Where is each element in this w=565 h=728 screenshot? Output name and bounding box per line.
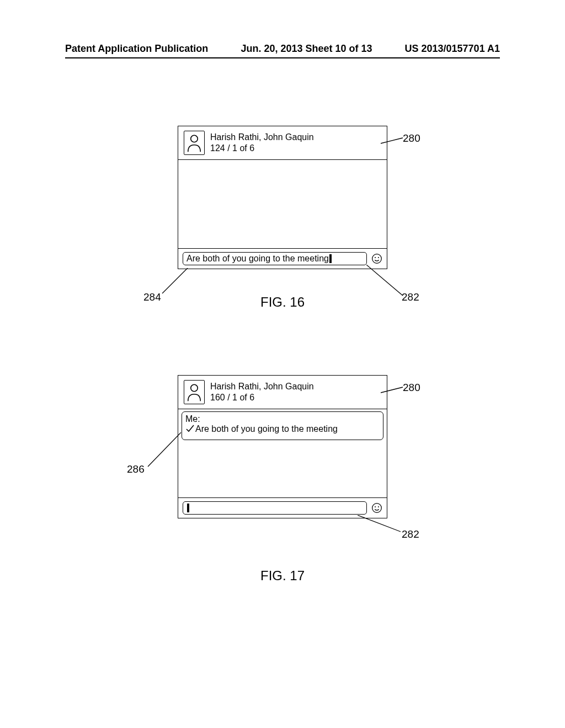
header-right: US 2013/0157701 A1 — [405, 43, 500, 55]
counter-line: 124 / 1 of 6 — [210, 143, 314, 154]
page-header: Patent Application Publication Jun. 20, … — [0, 43, 565, 55]
figure-17: Harish Rathi, John Gaquin 160 / 1 of 6 M… — [0, 375, 565, 584]
counter-line: 160 / 1 of 6 — [210, 392, 314, 403]
emoji-icon[interactable] — [371, 253, 382, 264]
callout-284: 284 — [143, 291, 161, 303]
chat-message-area — [178, 160, 387, 248]
callout-286: 286 — [127, 463, 145, 475]
text-cursor — [329, 254, 332, 263]
chat-window: Harish Rathi, John Gaquin 124 / 1 of 6 A… — [178, 126, 387, 269]
callout-282: 282 — [402, 528, 419, 540]
header-left: Patent Application Publication — [65, 43, 208, 55]
svg-line-5 — [366, 265, 403, 296]
header-rule — [65, 57, 500, 58]
emoji-icon[interactable] — [371, 502, 382, 513]
message-bubble: Me: Are both of you going to the meeting — [182, 411, 383, 440]
svg-line-6 — [162, 268, 188, 293]
message-input[interactable]: Are both of you going to the meeting — [183, 252, 367, 265]
svg-point-7 — [191, 384, 198, 392]
callout-282: 282 — [402, 291, 419, 303]
message-sender: Me: — [185, 414, 380, 424]
figure-caption: FIG. 17 — [0, 568, 565, 584]
checkmark-icon — [185, 424, 194, 433]
svg-point-9 — [375, 506, 376, 507]
header-center: Jun. 20, 2013 Sheet 10 of 13 — [241, 43, 372, 55]
svg-point-0 — [191, 135, 198, 142]
message-input-text: Are both of you going to the meeting — [186, 254, 329, 264]
chat-input-row — [178, 497, 387, 518]
svg-point-10 — [378, 506, 379, 507]
figure-caption: FIG. 16 — [0, 295, 565, 310]
chat-message-area: Me: Are both of you going to the meeting — [178, 409, 387, 497]
figure-16: Harish Rathi, John Gaquin 124 / 1 of 6 A… — [0, 126, 565, 310]
svg-point-1 — [372, 254, 382, 264]
message-input[interactable] — [183, 501, 367, 515]
avatar-icon — [184, 131, 205, 155]
svg-point-2 — [375, 257, 376, 258]
avatar-icon — [184, 380, 205, 404]
callout-280: 280 — [403, 132, 420, 144]
text-cursor — [187, 504, 189, 512]
svg-point-8 — [372, 504, 382, 513]
callout-280: 280 — [403, 382, 420, 394]
message-body: Are both of you going to the meeting — [195, 424, 338, 434]
chat-window: Harish Rathi, John Gaquin 160 / 1 of 6 M… — [178, 375, 387, 518]
participants-line: Harish Rathi, John Gaquin — [210, 132, 314, 143]
participants-line: Harish Rathi, John Gaquin — [210, 381, 314, 392]
svg-line-12 — [148, 432, 181, 467]
chat-window-header: Harish Rathi, John Gaquin 124 / 1 of 6 — [178, 126, 387, 160]
chat-input-row: Are both of you going to the meeting — [178, 248, 387, 269]
svg-point-3 — [378, 257, 379, 258]
chat-window-header: Harish Rathi, John Gaquin 160 / 1 of 6 — [178, 376, 387, 409]
